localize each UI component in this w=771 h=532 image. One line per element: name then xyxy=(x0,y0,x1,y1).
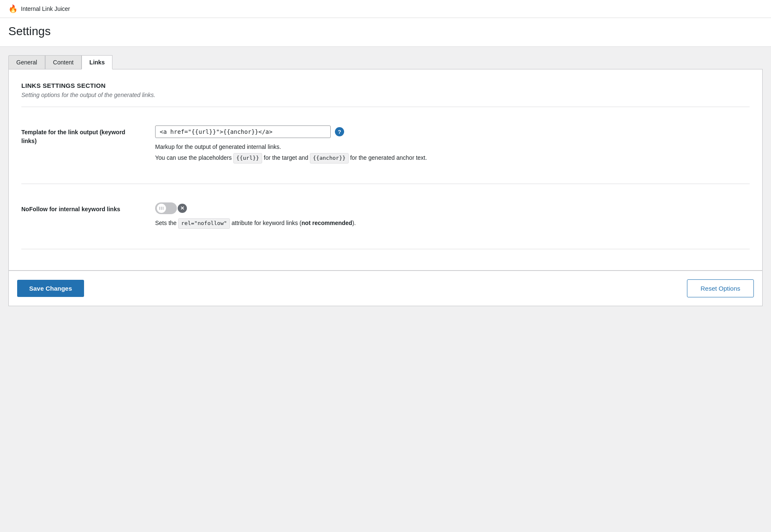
knob-lines xyxy=(159,207,163,210)
top-bar: 🔥 Internal Link Juicer xyxy=(0,0,771,18)
tab-general[interactable]: General xyxy=(8,55,45,69)
tabs: General Content Links xyxy=(8,55,763,69)
section-title: LINKS SETTINGS SECTION xyxy=(21,82,750,89)
content-area: General Content Links LINKS SETTINGS SEC… xyxy=(0,47,771,323)
page-title-area: Settings xyxy=(0,18,771,47)
nofollow-label: NoFollow for internal keyword links xyxy=(21,202,138,214)
template-desc2: You can use the placeholders {{url}} for… xyxy=(155,153,750,164)
divider-top xyxy=(21,107,750,107)
template-input[interactable] xyxy=(155,125,331,138)
toggle-knob xyxy=(157,204,166,213)
section-subtitle: Setting options for the output of the ge… xyxy=(21,92,750,98)
toggle-wrapper: ✕ xyxy=(155,202,750,214)
knob-line-1 xyxy=(159,207,160,210)
nofollow-control: ✕ Sets the rel="nofollow" attribute for … xyxy=(155,202,750,230)
template-row: Template for the link output (keyword li… xyxy=(21,115,750,175)
reset-button[interactable]: Reset Options xyxy=(687,279,754,297)
template-desc1: Markup for the output of generated inter… xyxy=(155,142,750,151)
bottom-bar: Save Changes Reset Options xyxy=(8,271,763,306)
tabs-wrapper: General Content Links xyxy=(0,47,771,69)
nofollow-desc: Sets the rel="nofollow" attribute for ke… xyxy=(155,218,750,229)
help-icon[interactable]: ? xyxy=(335,127,344,136)
save-button[interactable]: Save Changes xyxy=(17,280,84,297)
knob-line-2 xyxy=(161,207,162,210)
divider-bottom xyxy=(21,249,750,249)
placeholder-anchor-badge: {{anchor}} xyxy=(310,153,348,164)
toggle-track[interactable] xyxy=(155,202,177,214)
template-control: ? Markup for the output of generated int… xyxy=(155,125,750,165)
toggle-x-button[interactable]: ✕ xyxy=(178,204,187,213)
divider-middle xyxy=(21,184,750,184)
page-title: Settings xyxy=(8,25,763,38)
app-name: Internal Link Juicer xyxy=(21,5,70,12)
knob-line-3 xyxy=(163,207,163,210)
placeholder-url-badge: {{url}} xyxy=(233,153,262,164)
tab-links[interactable]: Links xyxy=(82,55,113,69)
main-panel: LINKS SETTINGS SECTION Setting options f… xyxy=(8,69,763,271)
template-input-row: ? xyxy=(155,125,750,138)
tab-content[interactable]: Content xyxy=(45,55,82,69)
section-header: LINKS SETTINGS SECTION Setting options f… xyxy=(21,82,750,98)
nofollow-row: NoFollow for internal keyword links xyxy=(21,192,750,240)
app-icon: 🔥 xyxy=(8,4,18,13)
template-label: Template for the link output (keyword li… xyxy=(21,125,138,146)
nofollow-code-badge: rel="nofollow" xyxy=(178,218,230,229)
nofollow-toggle[interactable]: ✕ xyxy=(155,202,187,214)
